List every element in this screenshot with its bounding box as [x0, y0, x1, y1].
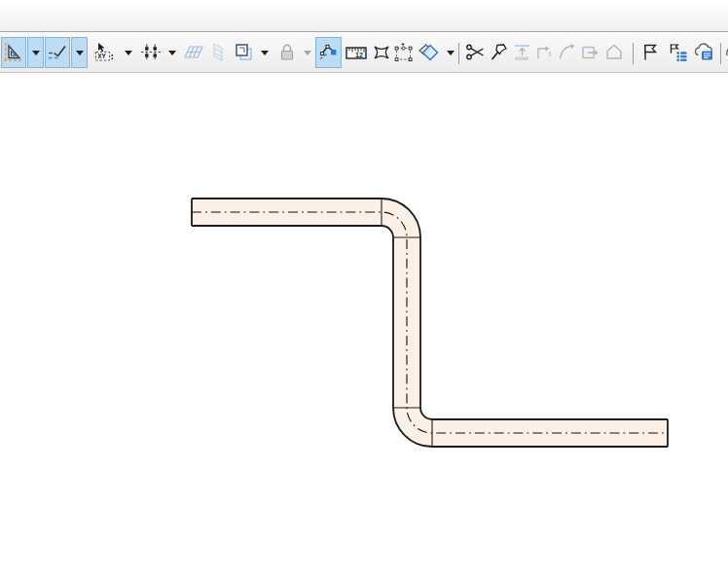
- toolbar-separator: [458, 43, 459, 64]
- double-rectangle-icon: [234, 42, 255, 63]
- chevron-down-icon: [447, 51, 455, 55]
- drawing-canvas[interactable]: [0, 73, 728, 578]
- marquee-button[interactable]: [232, 37, 256, 68]
- rotated-grid-button[interactable]: [206, 37, 230, 68]
- polyline-nodes-blue-square-icon: [318, 42, 340, 63]
- chevron-down-icon: [261, 51, 269, 55]
- corner-arrow-icon: [534, 42, 556, 63]
- partial-icon: [724, 42, 728, 63]
- set-square-icon: [3, 42, 24, 63]
- measure-button[interactable]: 12: [344, 37, 369, 68]
- duct-outline: [192, 199, 668, 447]
- blue-diamond-plane-icon: [418, 42, 441, 63]
- chevron-down-icon: [168, 51, 176, 55]
- axe-icon: [489, 42, 510, 63]
- application-window: { "app": { "kind": "cad-drafting-applica…: [0, 0, 728, 578]
- vertical-sheared-grid-icon: [207, 42, 229, 63]
- curve-button[interactable]: [557, 37, 578, 68]
- duct-centerline: [192, 212, 668, 433]
- house-pentagon-icon: [603, 42, 625, 63]
- grid-snap-button[interactable]: [182, 37, 205, 68]
- snap-points-dropdown[interactable]: [164, 37, 180, 68]
- toolbar-separator: [720, 43, 721, 64]
- adjust-button[interactable]: [489, 37, 510, 68]
- marquee-dropdown[interactable]: [257, 37, 273, 68]
- ruler-12-icon: 12: [345, 42, 368, 63]
- title-strip: [0, 0, 728, 32]
- resize-button[interactable]: [580, 37, 601, 68]
- explode-button[interactable]: [371, 37, 391, 68]
- snap-guide-check-icon: [47, 42, 68, 63]
- swallowtail-flag-icon: [640, 42, 662, 63]
- arc-arrow-icon: [557, 42, 578, 63]
- chevron-down-icon: [304, 51, 311, 55]
- toolbar-separator: [633, 43, 634, 64]
- marquee-nodes-icon: [393, 42, 415, 63]
- clipped-edge-button[interactable]: [724, 37, 728, 68]
- snap-guides-dropdown[interactable]: [71, 37, 88, 68]
- work-plane-button[interactable]: [417, 37, 442, 68]
- snap-guides-button[interactable]: [45, 37, 70, 68]
- chevron-down-icon: [76, 51, 84, 55]
- edit-selection-button[interactable]: [392, 37, 415, 68]
- fillet-button[interactable]: [534, 37, 556, 68]
- suspend-groups-button[interactable]: [315, 37, 342, 68]
- dashed-cross-nodes-icon: [140, 42, 162, 63]
- tracker-button[interactable]: XY: [92, 37, 120, 68]
- padlock-icon: [276, 42, 298, 63]
- cloud-list-icon: [693, 42, 716, 63]
- guide-lines-dropdown[interactable]: [27, 37, 44, 68]
- flag-bullet-list-icon: [668, 42, 689, 63]
- elevate-button[interactable]: [602, 37, 625, 68]
- pinched-x-icon: [371, 42, 392, 63]
- main-toolbar: XY: [0, 32, 728, 73]
- split-button[interactable]: [464, 37, 488, 68]
- chevron-down-icon: [125, 51, 132, 55]
- duct-element[interactable]: [192, 199, 668, 447]
- align-button[interactable]: [512, 37, 533, 68]
- box-arrow-icon: [580, 42, 601, 63]
- skewed-grid-icon: [183, 42, 204, 63]
- lock-dropdown[interactable]: [300, 37, 315, 68]
- measure-glyph: 12: [355, 52, 363, 58]
- tracker-glyph: XY: [97, 53, 106, 59]
- snap-points-button[interactable]: [138, 37, 164, 68]
- guide-lines-button[interactable]: [1, 37, 26, 68]
- tracker-dropdown[interactable]: [121, 37, 136, 68]
- chevron-down-icon: [32, 51, 40, 55]
- cursor-xy-box-icon: XY: [94, 42, 118, 63]
- arrow-up-hatch-icon: [512, 42, 533, 63]
- flag-button[interactable]: [639, 37, 663, 68]
- scissors-icon: [465, 42, 487, 63]
- markup-list-button[interactable]: [666, 37, 690, 68]
- work-plane-dropdown[interactable]: [443, 37, 458, 68]
- lock-button[interactable]: [274, 37, 299, 68]
- cloud-panel-button[interactable]: [691, 37, 718, 68]
